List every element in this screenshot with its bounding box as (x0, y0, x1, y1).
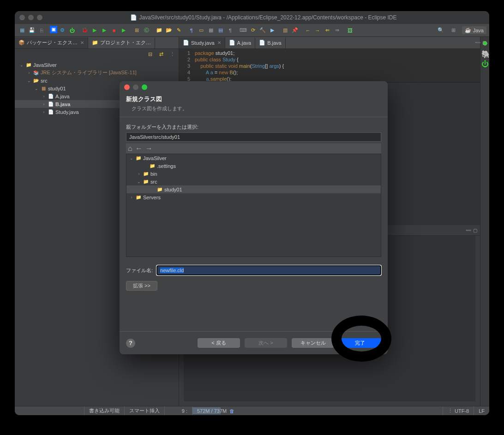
close-icon[interactable]: ✕ (80, 40, 84, 45)
perspective-java[interactable]: ☕ Java (462, 26, 486, 34)
maximize-dialog-icon[interactable] (142, 84, 147, 90)
nav-back-icon[interactable]: ⇐ (323, 26, 332, 35)
chevron-right-icon[interactable]: › (129, 195, 134, 200)
tab-a[interactable]: 📄 A.java (225, 37, 256, 48)
gradle-icon[interactable]: 🐘 (481, 50, 489, 57)
minimize-icon[interactable]: ➖ (475, 40, 480, 45)
close-icon[interactable]: ✕ (217, 40, 221, 45)
folder-tree[interactable]: ⌄ 📁 JavaSilver 📁 .settings › 📁 bin ⌄ 📁 s… (126, 154, 381, 257)
chevron-right-icon[interactable]: › (27, 71, 31, 75)
search-icon[interactable]: 🔍 (436, 26, 445, 35)
chevron-right-icon[interactable]: › (42, 102, 46, 107)
nav-fwd-icon[interactable]: ⇒ (332, 26, 342, 35)
block-select-icon[interactable]: ▭ (197, 26, 206, 35)
run-last-icon[interactable]: ▶ (119, 26, 128, 35)
forward-icon[interactable]: → (313, 26, 322, 35)
dialog-title: 新規クラス図 (126, 95, 381, 103)
tab-b[interactable]: 📄 B.java (255, 37, 286, 48)
minimize-window-icon[interactable] (28, 15, 34, 20)
run-icon[interactable]: ▶ (90, 26, 99, 35)
new-class-icon[interactable]: Ⓒ (142, 26, 151, 35)
parent-folder-input[interactable] (126, 132, 381, 142)
code-editor[interactable]: 12345 package study01;public class Study… (179, 49, 480, 82)
library-icon: 📚 (33, 70, 39, 76)
tab-study[interactable]: 📄 Study.java ✕ (179, 37, 225, 48)
run-config-icon[interactable]: ▶ (268, 26, 277, 35)
tree-servers[interactable]: › 📁 Servers (126, 193, 381, 201)
maximize-window-icon[interactable] (37, 15, 42, 20)
tab-project-explorer[interactable]: 📁 プロジェクト・エク… (88, 37, 155, 48)
show-all-icon[interactable]: ▤ (216, 26, 225, 35)
menu-icon: ⋮ (448, 408, 453, 414)
power-icon[interactable]: ⏻ (67, 26, 77, 35)
minimize-icon[interactable]: ➖ (466, 228, 471, 233)
filename-row: ファイル名: (126, 265, 381, 275)
gc-icon[interactable]: 🗑 (229, 408, 234, 414)
tree-study01[interactable]: 📁 study01 (126, 185, 381, 193)
image-icon[interactable]: 🖼 (345, 26, 354, 35)
status-line-ending[interactable]: LF (474, 406, 489, 415)
power-icon[interactable]: ⏻ (481, 60, 489, 67)
tree-project[interactable]: ⌄ 📁 JavaSilver (15, 61, 179, 69)
close-window-icon[interactable] (19, 15, 25, 20)
status-memory[interactable]: 572M / 737M 🗑 (192, 406, 239, 415)
tree-settings[interactable]: 📁 .settings (126, 162, 381, 170)
tab-package-explorer[interactable]: 📦 パッケージ・エクス… ✕ (15, 37, 88, 48)
show-whitespace-icon[interactable]: ¶ (187, 26, 196, 35)
back-icon[interactable]: ← (135, 144, 143, 153)
tree-bin[interactable]: › 📁 bin (126, 170, 381, 178)
status-encoding[interactable]: ⋮ UTF-8 (443, 406, 474, 415)
chevron-down-icon[interactable]: ⌄ (19, 63, 24, 67)
toggle-icon[interactable]: ▣ (50, 26, 57, 33)
chevron-right-icon[interactable]: › (42, 110, 46, 114)
pin-icon[interactable]: 📌 (290, 26, 300, 35)
filter-icon[interactable]: ▥ (281, 26, 290, 35)
coverage-icon[interactable]: ▶ (100, 26, 109, 35)
project-folder-icon: 📁 (135, 194, 142, 201)
highlight-icon[interactable]: ✎ (174, 26, 183, 35)
tree-project[interactable]: ⌄ 📁 JavaSilver (126, 154, 381, 162)
forward-icon[interactable]: → (145, 144, 153, 153)
finish-button[interactable]: 完了 (339, 338, 381, 348)
close-dialog-icon[interactable] (124, 84, 130, 90)
back-icon[interactable]: ← (303, 26, 312, 35)
perspective-switcher-icon[interactable]: ⊞ (449, 26, 458, 35)
stop-icon[interactable]: ■ (109, 26, 119, 35)
home-icon[interactable]: ⌂ (128, 144, 132, 153)
back-button[interactable]: < 戻る (198, 338, 240, 348)
maximize-icon[interactable]: ▢ (473, 228, 477, 233)
debug-icon[interactable]: 🐞 (80, 26, 90, 35)
chevron-right-icon[interactable]: › (42, 94, 46, 99)
new-icon[interactable]: ▦ (18, 26, 27, 35)
save-all-icon[interactable]: ⎘ (37, 26, 46, 35)
build-icon[interactable]: 🔨 (258, 26, 267, 35)
help-icon[interactable]: ? (126, 339, 135, 348)
word-wrap-icon[interactable]: ▦ (206, 26, 216, 35)
tree-src[interactable]: ⌄ 📁 src (126, 178, 381, 185)
code-content[interactable]: package study01;public class Study { pub… (193, 49, 286, 82)
chevron-down-icon[interactable]: ⌄ (137, 179, 141, 184)
terminal-icon[interactable]: ⌨ (239, 26, 248, 35)
sync-icon[interactable]: ⟳ (248, 26, 258, 35)
show-chars-icon[interactable]: ¶ (226, 26, 235, 35)
save-icon[interactable]: 💾 (27, 26, 36, 35)
advanced-button[interactable]: 拡張 >> (126, 281, 157, 291)
chevron-down-icon[interactable]: ⌄ (27, 78, 31, 83)
left-tabs: 📦 パッケージ・エクス… ✕ 📁 プロジェクト・エク… ➖ ▢ (15, 37, 179, 49)
tree-jre[interactable]: › 📚 JRE システム・ライブラリー [JavaSE-11] (15, 69, 179, 77)
cancel-button[interactable]: キャンセル (292, 338, 334, 348)
link-editor-icon[interactable]: ⇄ (156, 49, 166, 59)
package-icon: ▦ (40, 85, 47, 92)
open-type-icon[interactable]: 📁 (155, 26, 164, 35)
chevron-down-icon[interactable]: ⌄ (129, 156, 134, 161)
filename-input[interactable] (156, 265, 381, 275)
new-package-icon[interactable]: ⊞ (132, 26, 141, 35)
chevron-right-icon[interactable]: › (137, 172, 141, 176)
collapse-all-icon[interactable]: ⊟ (145, 49, 155, 59)
view-menu-icon[interactable]: ⋮ (168, 49, 177, 59)
explorer-toolbar: ⊟ ⇄ ⋮ (15, 49, 179, 59)
maximize-icon[interactable]: ▢ (482, 40, 486, 45)
chevron-down-icon[interactable]: ⌄ (34, 86, 39, 91)
open-task-icon[interactable]: 📂 (164, 26, 174, 35)
settings-icon[interactable]: ⚙ (58, 26, 67, 35)
